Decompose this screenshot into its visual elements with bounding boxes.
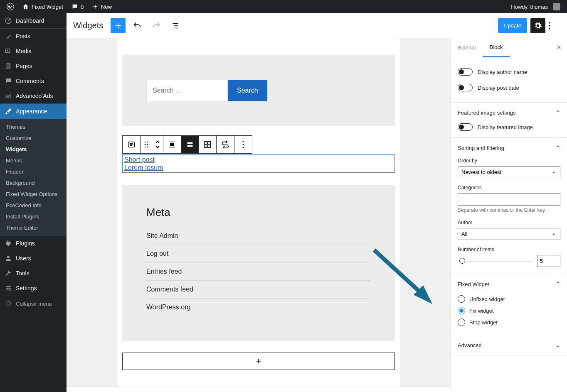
author-select[interactable]: All bbox=[458, 228, 560, 240]
settings-button[interactable] bbox=[530, 18, 545, 33]
site-link[interactable]: Fixed Widget bbox=[19, 0, 67, 13]
sidebar-label: Dashboard bbox=[16, 17, 44, 24]
panel-header[interactable]: Fixed Widget ⌃ bbox=[458, 281, 560, 287]
page-title: Widgets bbox=[73, 21, 103, 30]
sidebar-item-tools[interactable]: Tools bbox=[0, 266, 67, 281]
submenu-fixed-widget[interactable]: Fixed Widget Options bbox=[0, 189, 67, 200]
svg-point-13 bbox=[549, 28, 550, 29]
meta-link[interactable]: Log out bbox=[146, 245, 371, 263]
append-block-button[interactable]: + bbox=[122, 353, 395, 370]
post-link[interactable]: Lorem Ipsum bbox=[124, 164, 393, 172]
toggle-featured-image[interactable] bbox=[458, 123, 473, 131]
meta-widget: Meta Site Admin Log out Entries feed Com… bbox=[122, 185, 395, 341]
svg-point-10 bbox=[6, 301, 11, 306]
comments-link[interactable]: 0 bbox=[68, 0, 87, 13]
avatar bbox=[553, 3, 560, 10]
submenu-customize[interactable]: Customize bbox=[0, 132, 67, 144]
list-layout-button[interactable] bbox=[181, 136, 199, 153]
sidebar-item-settings[interactable]: Settings bbox=[0, 281, 67, 296]
submenu-themes[interactable]: Themes bbox=[0, 121, 67, 132]
panel-featured-image: Featured image settings ⌃ Display featur… bbox=[451, 103, 567, 138]
toggle-date[interactable] bbox=[458, 84, 473, 91]
svg-point-16 bbox=[147, 142, 148, 143]
toggle-author[interactable] bbox=[458, 68, 473, 76]
user-icon bbox=[4, 254, 12, 262]
submenu-theme-editor[interactable]: Theme Editor bbox=[0, 222, 67, 233]
search-input[interactable] bbox=[146, 80, 228, 101]
update-button[interactable]: Update bbox=[498, 18, 527, 33]
latest-posts-block[interactable]: Short post Lorem Ipsum bbox=[122, 154, 395, 173]
radio-fix[interactable]: Fix widget bbox=[458, 305, 560, 316]
submenu-header[interactable]: Header bbox=[0, 166, 67, 177]
panel-header[interactable]: Featured image settings ⌃ bbox=[458, 109, 560, 116]
post-link[interactable]: Short post bbox=[124, 156, 393, 164]
sidebar-item-posts[interactable]: Posts bbox=[0, 29, 67, 44]
items-input[interactable] bbox=[537, 255, 560, 267]
toggle-label: Display author name bbox=[478, 69, 527, 75]
submenu-ecocoded[interactable]: EcoCoded Info bbox=[0, 200, 67, 211]
sidebar-item-media[interactable]: Media bbox=[0, 44, 67, 59]
undo-button[interactable] bbox=[130, 18, 145, 33]
grid-layout-button[interactable] bbox=[199, 136, 216, 153]
meta-link[interactable]: Site Admin bbox=[146, 227, 371, 245]
author-label: Author bbox=[458, 220, 560, 225]
tab-sidebar[interactable]: Sidebar bbox=[451, 39, 483, 56]
block-type-button[interactable] bbox=[123, 136, 140, 153]
more-options-button[interactable] bbox=[549, 18, 560, 33]
radio-label: Fix widget bbox=[469, 308, 494, 314]
block-more-button[interactable] bbox=[234, 136, 252, 153]
sidebar-label: Posts bbox=[16, 33, 30, 39]
items-slider[interactable] bbox=[460, 261, 532, 262]
transform-button[interactable] bbox=[217, 136, 234, 153]
panel-header[interactable]: Sorting and filtering ⌃ bbox=[458, 145, 560, 151]
close-inspector[interactable]: × bbox=[551, 43, 567, 52]
meta-link[interactable]: Entries feed bbox=[146, 263, 371, 281]
submenu-background[interactable]: Background bbox=[0, 177, 67, 189]
radio-stop[interactable]: Stop widget bbox=[458, 316, 560, 328]
collapse-icon bbox=[4, 299, 12, 308]
panel-advanced[interactable]: Advanced ⌄ bbox=[451, 335, 567, 355]
sidebar-item-users[interactable]: Users bbox=[0, 251, 67, 266]
radio-unfixed[interactable]: Unfixed widget bbox=[458, 293, 560, 305]
search-button[interactable]: Search bbox=[228, 80, 267, 101]
sidebar-label: Tools bbox=[16, 270, 30, 277]
sidebar-item-comments[interactable]: Comments bbox=[0, 74, 67, 88]
wp-logo[interactable] bbox=[3, 0, 17, 13]
svg-point-18 bbox=[147, 144, 148, 145]
sidebar-label: Settings bbox=[16, 285, 37, 292]
brush-icon bbox=[4, 107, 12, 115]
plugin-icon bbox=[4, 239, 12, 247]
categories-help: Separate with commas or the Enter key. bbox=[458, 207, 560, 213]
move-updown-button[interactable] bbox=[152, 136, 163, 153]
tab-block[interactable]: Block bbox=[483, 38, 510, 57]
panel-sorting: Sorting and filtering ⌃ Order by Newest … bbox=[451, 138, 567, 274]
align-button[interactable] bbox=[163, 136, 181, 153]
new-link[interactable]: New bbox=[89, 0, 115, 13]
media-icon bbox=[4, 47, 12, 55]
order-by-select[interactable]: Newest to oldest bbox=[458, 166, 560, 178]
submenu-widgets[interactable]: Widgets bbox=[0, 144, 67, 155]
sidebar-label: Plugins bbox=[16, 240, 35, 247]
drag-handle[interactable] bbox=[141, 136, 152, 153]
list-view-button[interactable] bbox=[168, 18, 183, 33]
sidebar-item-pages[interactable]: Pages bbox=[0, 59, 67, 74]
sidebar-item-plugins[interactable]: Plugins bbox=[0, 236, 67, 251]
collapse-menu[interactable]: Collapse menu bbox=[0, 296, 67, 311]
submenu-install-plugins[interactable]: Install Plugins bbox=[0, 211, 67, 222]
meta-link[interactable]: WordPress.org bbox=[146, 299, 371, 316]
add-block-button[interactable] bbox=[111, 18, 126, 33]
pages-icon bbox=[4, 62, 12, 70]
redo-button[interactable] bbox=[149, 18, 164, 33]
svg-rect-4 bbox=[7, 64, 10, 69]
sidebar-item-appearance[interactable]: Appearance bbox=[0, 104, 67, 119]
editor-header: Widgets Update bbox=[67, 13, 567, 38]
radio-icon bbox=[458, 318, 465, 326]
sidebar-item-ads[interactable]: Advanced Ads bbox=[0, 88, 67, 103]
sidebar-item-dashboard[interactable]: Dashboard bbox=[0, 13, 67, 28]
howdy-link[interactable]: Howdy, thomas bbox=[508, 0, 564, 13]
submenu-menus[interactable]: Menus bbox=[0, 155, 67, 166]
radio-icon bbox=[458, 307, 465, 314]
categories-input[interactable] bbox=[458, 193, 560, 206]
meta-link[interactable]: Comments feed bbox=[146, 281, 371, 299]
chevron-up-icon: ⌃ bbox=[555, 145, 560, 151]
